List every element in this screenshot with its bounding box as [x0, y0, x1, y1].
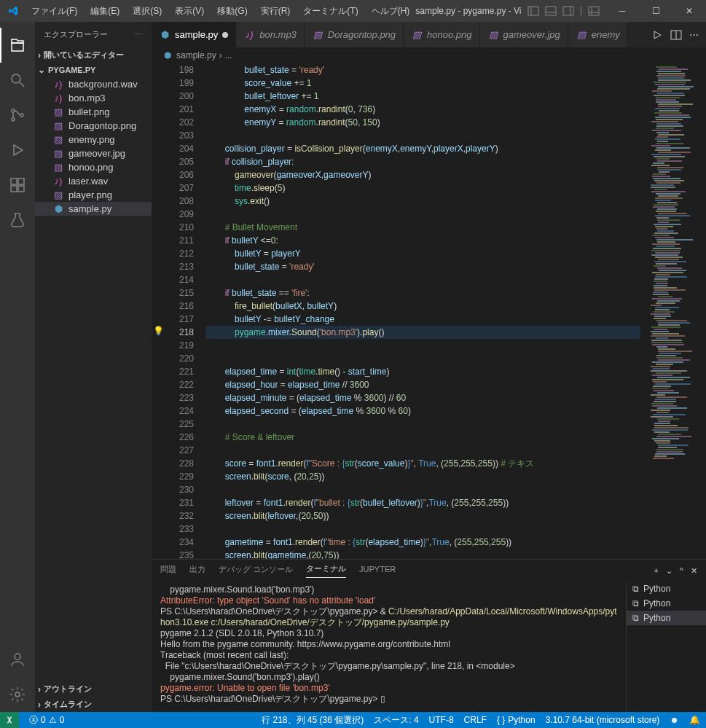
panel-tab[interactable]: JUPYTER — [359, 565, 396, 576]
svg-point-13 — [20, 114, 23, 117]
panel-tab[interactable]: デバッグ コンソール — [219, 564, 293, 578]
svg-point-20 — [15, 692, 20, 697]
run-debug-icon[interactable] — [0, 133, 35, 168]
file-name: laser.wav — [68, 176, 108, 187]
svg-rect-15 — [11, 179, 17, 184]
line-numbers: 1981992002012022032042052062072082092102… — [165, 63, 205, 559]
split-icon[interactable] — [670, 29, 682, 41]
python-interpreter[interactable]: 3.10.7 64-bit (microsoft store) — [546, 715, 660, 725]
menu-item[interactable]: 移動(G) — [211, 2, 253, 20]
lightbulb-icon[interactable]: 💡 — [153, 326, 164, 336]
file-item[interactable]: ▨player.png — [35, 188, 152, 202]
notifications-icon[interactable]: 🔔 — [689, 715, 700, 725]
terminal-output[interactable]: pygame.mixer.Sound.load('bon.mp3')Attrib… — [152, 582, 626, 712]
indentation[interactable]: スペース: 4 — [374, 714, 418, 727]
file-item[interactable]: ▨honoo.png — [35, 160, 152, 174]
testing-icon[interactable] — [0, 203, 35, 238]
breadcrumbs[interactable]: ⬢ sample.py › ... — [152, 47, 706, 63]
minimap[interactable] — [640, 63, 706, 559]
editor-tab[interactable]: ⬢sample.py — [152, 22, 236, 47]
terminal-list: ⧉Python⧉Python⧉Python — [626, 582, 706, 712]
file-tree: ♪)background.wav♪)bon.mp3▨bullet.png▨Dor… — [35, 77, 152, 681]
tab-label: sample.py — [175, 29, 218, 40]
editor-tab[interactable]: ▨Doragontop.png — [305, 22, 404, 47]
dirty-indicator — [222, 32, 228, 38]
problems-button[interactable]: ⓧ0 ⚠0 — [29, 714, 64, 727]
panel-tab[interactable]: ターミナル — [306, 563, 346, 578]
maximize-button[interactable]: ☐ — [639, 0, 672, 22]
file-item[interactable]: ⬢sample.py — [35, 202, 152, 216]
svg-point-19 — [15, 654, 20, 659]
vscode-icon — [0, 5, 26, 17]
img-icon: ▨ — [52, 106, 64, 117]
file-item[interactable]: ▨enemy.png — [35, 133, 152, 146]
menu-item[interactable]: ヘルプ(H) — [366, 2, 416, 20]
terminal-instance[interactable]: ⧉Python — [627, 611, 706, 625]
svg-rect-16 — [18, 179, 24, 184]
file-item[interactable]: ▨bullet.png — [35, 105, 152, 119]
editor-body[interactable]: 💡 19819920020120220320420520620720820921… — [152, 63, 706, 559]
source-control-icon[interactable] — [0, 98, 35, 133]
file-name: honoo.png — [68, 162, 113, 173]
extensions-icon[interactable] — [0, 168, 35, 203]
panel-tab[interactable]: 問題 — [160, 564, 176, 578]
file-item[interactable]: ♪)bon.mp3 — [35, 91, 152, 105]
layout-controls[interactable]: | — [522, 5, 605, 17]
maximize-panel-icon[interactable]: ^ — [680, 566, 683, 575]
panel-tab[interactable]: 出力 — [189, 564, 205, 578]
run-icon[interactable] — [651, 29, 663, 41]
new-terminal-icon[interactable]: + — [654, 566, 658, 575]
minimize-button[interactable]: ─ — [605, 0, 639, 22]
more-icon[interactable]: ⋯ — [135, 30, 143, 39]
svg-point-12 — [12, 118, 15, 121]
timeline-section[interactable]: ›タイムライン — [35, 697, 152, 712]
file-item[interactable]: ♪)background.wav — [35, 77, 152, 91]
menu-item[interactable]: ファイル(F) — [26, 2, 83, 20]
file-item[interactable]: ▨gameover.jpg — [35, 146, 152, 160]
svg-rect-17 — [11, 186, 17, 192]
breadcrumb-item[interactable]: ... — [225, 50, 232, 60]
encoding[interactable]: UTF-8 — [429, 715, 454, 725]
terminal-instance[interactable]: ⧉Python — [627, 582, 706, 596]
menu-item[interactable]: 編集(E) — [85, 2, 125, 20]
editor-tab[interactable]: ▨enemy — [568, 22, 628, 47]
editor-tab[interactable]: ▨gameover.jpg — [480, 22, 568, 47]
language-mode[interactable]: { } Python — [497, 715, 536, 725]
code-content[interactable]: bullet_state = 'ready' score_value += 1 … — [205, 63, 640, 559]
audio-icon: ♪) — [52, 176, 64, 187]
menu-item[interactable]: 選択(S) — [127, 2, 168, 20]
img-icon: ▨ — [52, 189, 64, 200]
sidebar-title: エクスプローラー — [44, 29, 108, 40]
feedback-icon[interactable]: ☻ — [670, 715, 679, 725]
editor-actions[interactable]: ⋯ — [644, 22, 706, 47]
open-editors-section[interactable]: ›開いているエディター — [35, 47, 152, 63]
breadcrumb-item[interactable]: sample.py — [176, 50, 216, 60]
terminal-instance[interactable]: ⧉Python — [627, 596, 706, 611]
eol[interactable]: CRLF — [464, 715, 487, 725]
accounts-icon[interactable] — [0, 642, 35, 677]
close-button[interactable]: ✕ — [672, 0, 706, 22]
folder-section[interactable]: ⌄PYGAME.PY — [35, 63, 152, 77]
search-icon[interactable] — [0, 63, 35, 98]
editor-tabs: ⬢sample.py♪)bon.mp3▨Doragontop.png▨honoo… — [152, 22, 706, 47]
menu-item[interactable]: 表示(V) — [169, 2, 210, 20]
file-item[interactable]: ▨Doragontop.png — [35, 119, 152, 133]
menu-item[interactable]: 実行(R) — [255, 2, 297, 20]
img-icon: ▨ — [312, 29, 323, 40]
outline-section[interactable]: ›アウトライン — [35, 681, 152, 697]
terminal-actions[interactable]: + ⌄ ^ ✕ — [654, 566, 697, 576]
cursor-position[interactable]: 行 218、列 45 (36 個選択) — [262, 714, 364, 727]
editor-tab[interactable]: ♪)bon.mp3 — [236, 22, 305, 47]
editor-tab[interactable]: ▨honoo.png — [404, 22, 479, 47]
settings-icon[interactable] — [0, 677, 35, 712]
svg-rect-2 — [546, 7, 556, 15]
explorer-icon[interactable] — [0, 28, 35, 63]
editor-area: ⬢sample.py♪)bon.mp3▨Doragontop.png▨honoo… — [152, 22, 706, 712]
more-icon[interactable]: ⋯ — [689, 29, 699, 40]
dropdown-icon[interactable]: ⌄ — [666, 566, 672, 576]
window-title: sample.py - pygame.py - Visual Studio Co… — [415, 6, 522, 16]
close-panel-icon[interactable]: ✕ — [691, 566, 697, 576]
remote-button[interactable] — [0, 712, 19, 728]
file-item[interactable]: ♪)laser.wav — [35, 174, 152, 188]
menu-item[interactable]: ターミナル(T) — [297, 2, 364, 20]
